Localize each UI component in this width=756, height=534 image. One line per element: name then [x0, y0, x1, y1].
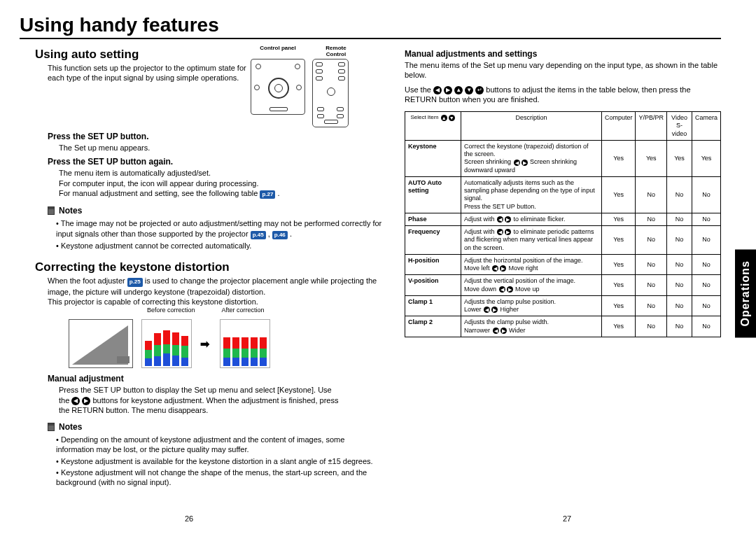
key-note-3: Keystone adjustment will not change the …: [56, 468, 384, 488]
remote-control-diagram: [312, 59, 349, 127]
row-flag: No: [692, 254, 720, 275]
th-computer: Computer: [601, 112, 636, 141]
keystone-heading: Correcting the keystone distortion: [35, 260, 384, 274]
dot1: .: [288, 230, 292, 238]
notes-heading-2: Notes: [48, 422, 384, 432]
use-buttons-text: Use the ◀ ▶ ▲ ▼ ↵ buttons to adjust the …: [405, 85, 721, 105]
notes-label-2: Notes: [59, 422, 82, 432]
row-flag: No: [666, 176, 692, 213]
enter-icon: ↵: [475, 86, 484, 94]
th-camera: Camera: [692, 112, 720, 141]
keystone-diagram: ➡: [69, 319, 384, 368]
manual-settings-heading: Manual adjustments and settings: [405, 49, 721, 59]
row-flag: Yes: [601, 254, 636, 275]
two-column-layout: Using auto setting This function sets up…: [20, 45, 721, 489]
row-desc: Adjust with ◀▶ to eliminate periodic pat…: [461, 226, 602, 255]
row-name: Clamp 1: [405, 295, 461, 316]
page-left: 26: [185, 514, 193, 523]
row-flag: Yes: [636, 140, 667, 176]
use-a: Use the: [405, 85, 433, 94]
settings-table: Select Item ▲▼ Description Computer Y/PB…: [405, 111, 721, 337]
after-label: After correction: [222, 307, 265, 314]
row-flag: Yes: [601, 176, 636, 213]
row-flag: No: [666, 213, 692, 225]
step1-heading: Press the SET UP button.: [48, 132, 384, 141]
row-desc: Adjusts the clamp pulse position.Lower ◀…: [461, 295, 602, 316]
table-row: PhaseAdjust with ◀▶ to eliminate flicker…: [405, 213, 721, 225]
row-flag: No: [666, 254, 692, 275]
th-select: Select Item ▲▼: [405, 112, 461, 141]
table-row: AUTO Auto settingAutomatically adjusts i…: [405, 176, 721, 213]
page-ref-46: p.46: [272, 231, 288, 239]
right-arrow-icon: ▶: [82, 397, 90, 405]
before-chart: [141, 319, 192, 368]
row-desc: Correct the keystone (trapezoid) distort…: [461, 140, 602, 176]
auto-intro: This function sets up the projector to t…: [48, 63, 251, 83]
up-arrow-icon: ▲: [454, 86, 463, 94]
down-arrow-icon: ▼: [465, 86, 473, 94]
th-video: Video S-video: [666, 112, 692, 141]
note-icon: [48, 206, 55, 215]
before-label: Before correction: [147, 307, 195, 314]
m3: the RETURN button. The menu disappears.: [59, 406, 208, 414]
keystone-p2: This projector is capable of correcting …: [48, 297, 384, 307]
keystone-p1: When the foot adjuster p.25 is used to c…: [48, 276, 384, 297]
key-note-1: Depending on the amount of keystone adju…: [56, 435, 384, 455]
row-name: Clamp 2: [405, 316, 461, 337]
th-desc: Description: [461, 112, 602, 141]
table-row: V-positionAdjust the vertical position o…: [405, 275, 721, 296]
step1-text: The Set up menu appears.: [59, 143, 384, 153]
row-desc: Adjust with ◀▶ to eliminate flicker.: [461, 213, 602, 225]
page-numbers: 26 27: [0, 514, 756, 523]
row-name: AUTO Auto setting: [405, 176, 461, 213]
row-flag: No: [636, 213, 667, 225]
table-row: H-positionAdjust the horizontal position…: [405, 254, 721, 275]
after-chart: [220, 319, 270, 368]
row-flag: No: [636, 176, 667, 213]
row-desc: Automatically adjusts items such as the …: [461, 176, 602, 213]
auto-note-2: Keystone adjustment cannot be corrected …: [56, 241, 384, 251]
manual-settings-intro: The menu items of the Set up menu vary d…: [405, 60, 721, 80]
step2-text3-a: For manual adjustment and setting, see t…: [59, 189, 260, 197]
notes-label-1: Notes: [59, 206, 82, 216]
page-title: Using handy features: [20, 14, 721, 39]
row-flag: No: [692, 213, 720, 225]
row-flag: No: [666, 316, 692, 337]
arrow-icon: ➡: [200, 337, 211, 351]
row-name: Frequency: [405, 226, 461, 255]
row-flag: No: [636, 275, 667, 296]
left-arrow-icon: ◀: [433, 86, 442, 94]
right-arrow-icon: ▶: [444, 86, 452, 94]
right-column: Manual adjustments and settings The menu…: [405, 45, 721, 489]
projection-triangle: [69, 319, 133, 368]
row-name: V-position: [405, 275, 461, 296]
step2-text2: For computer input, the icon will appear…: [59, 178, 384, 188]
row-flag: No: [666, 275, 692, 296]
left-column: Using auto setting This function sets up…: [20, 45, 384, 489]
control-panel-diagram: [251, 59, 305, 115]
comma: ,: [266, 230, 272, 238]
control-panel-label: Control panel: [251, 45, 305, 57]
row-flag: No: [692, 275, 720, 296]
table-row: Clamp 1Adjusts the clamp pulse position.…: [405, 295, 721, 316]
row-flag: Yes: [601, 275, 636, 296]
key-note-2: Keystone adjustment is available for the…: [56, 456, 384, 466]
th-ypbpr: Y/PB/PR: [636, 112, 667, 141]
page-ref-45: p.45: [251, 231, 266, 239]
row-desc: Adjusts the clamp pulse width.Narrower ◀…: [461, 316, 602, 337]
keystone-p1a: When the foot adjuster: [48, 276, 127, 285]
row-flag: No: [666, 226, 692, 255]
row-name: Keystone: [405, 140, 461, 176]
table-row: FrequencyAdjust with ◀▶ to eliminate per…: [405, 226, 721, 255]
table-row: KeystoneCorrect the keystone (trapezoid)…: [405, 140, 721, 176]
note-icon: [48, 423, 55, 431]
row-flag: Yes: [601, 316, 636, 337]
m2: buttons for keystone adjustment. When th…: [92, 396, 338, 405]
step2-heading: Press the SET UP button again.: [48, 157, 384, 167]
row-flag: Yes: [692, 140, 720, 176]
row-flag: Yes: [601, 140, 636, 176]
step2-text1: The menu item is automatically adjusted/…: [59, 168, 384, 178]
row-flag: No: [636, 226, 667, 255]
row-flag: No: [692, 295, 720, 316]
row-flag: Yes: [601, 213, 636, 225]
